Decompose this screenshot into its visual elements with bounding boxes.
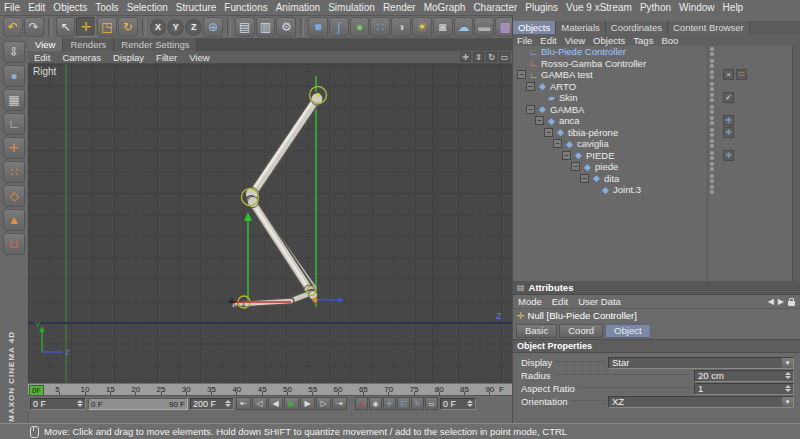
record-rotation-button[interactable]: ↻: [411, 397, 424, 410]
next-frame-button[interactable]: ▶: [300, 397, 315, 410]
render-visibility-dot[interactable]: [710, 52, 714, 56]
viewport-3d-scene[interactable]: Z: [28, 64, 512, 383]
previous-key-button[interactable]: ◁: [252, 397, 267, 410]
object-manager-scrollbar[interactable]: [792, 46, 800, 281]
spinner[interactable]: [467, 400, 473, 407]
add-floor-icon[interactable]: ▬: [474, 17, 494, 37]
foot-controller-axes[interactable]: [228, 93, 344, 306]
visibility-dots[interactable]: [710, 116, 714, 125]
range-start-grabber[interactable]: 0 F: [91, 400, 103, 409]
object-row-tibia-p-rone[interactable]: −◆tibia-pérone✛: [513, 127, 800, 139]
display-dropdown[interactable]: Star▾: [608, 357, 794, 369]
check-icon[interactable]: ✓: [723, 92, 734, 103]
viewport-menu-edit[interactable]: Edit: [28, 52, 56, 63]
spin-up-arrow[interactable]: [785, 372, 791, 375]
expand-toggle[interactable]: −: [571, 162, 580, 171]
scale-tool-icon[interactable]: ◳: [97, 17, 117, 37]
visibility-dots[interactable]: [710, 70, 714, 79]
render-visibility-dot[interactable]: [710, 133, 714, 137]
visibility-dots[interactable]: [710, 105, 714, 114]
add-cube-icon[interactable]: ■: [308, 17, 328, 37]
snap-settings-icon[interactable]: ⊔: [3, 233, 25, 255]
model-mode-icon[interactable]: ●: [3, 65, 25, 87]
manager-tab-coordinates[interactable]: Coordinates: [606, 21, 668, 34]
editor-visibility-dot[interactable]: [710, 105, 714, 109]
add-hypernurbs-icon[interactable]: ●: [350, 17, 370, 37]
y-axis-lock-button[interactable]: Y: [167, 19, 184, 36]
undo-icon[interactable]: ↶: [3, 17, 23, 37]
menu-plugins[interactable]: Plugins: [521, 2, 562, 13]
menu-simulation[interactable]: Simulation: [324, 2, 379, 13]
spin-up-arrow[interactable]: [225, 400, 231, 403]
play-button[interactable]: ▶: [284, 397, 299, 410]
attr-tab-coord[interactable]: Coord: [559, 324, 603, 338]
pan-view-icon[interactable]: ✛: [460, 52, 471, 62]
viewport-tab-render-settings[interactable]: Render Settings: [114, 38, 197, 51]
object-row-skin[interactable]: ▰Skin✓: [513, 92, 800, 104]
spin-up-arrow[interactable]: [785, 385, 791, 388]
menu-vue-9-xstream[interactable]: Vue 9 xStream: [562, 2, 636, 13]
editor-visibility-dot[interactable]: [710, 162, 714, 166]
record-scale-button[interactable]: ◱: [397, 397, 410, 410]
spin-up-arrow[interactable]: [77, 400, 83, 403]
previous-frame-button[interactable]: ◀: [268, 397, 283, 410]
viewport-menu-display[interactable]: Display: [107, 52, 150, 63]
viewport-canvas[interactable]: Right Z: [28, 64, 512, 383]
visibility-dots[interactable]: [710, 174, 714, 183]
render-settings-icon[interactable]: ⚙: [276, 17, 296, 37]
display-tag-icon[interactable]: ∷: [736, 69, 747, 80]
object-row-piede[interactable]: −◆PIEDE✛: [513, 150, 800, 162]
attr-menu-user-data[interactable]: User Data: [573, 296, 626, 307]
dropdown-arrow-icon[interactable]: ▾: [782, 358, 793, 368]
coordinate-system-icon[interactable]: ⊕: [203, 17, 223, 37]
spinner[interactable]: [785, 385, 791, 392]
render-visibility-dot[interactable]: [710, 167, 714, 171]
record-parameter-button[interactable]: ▭: [425, 397, 438, 410]
expand-toggle[interactable]: −: [526, 82, 535, 91]
menu-structure[interactable]: Structure: [172, 2, 221, 13]
editor-visibility-dot[interactable]: [710, 139, 714, 143]
object-row-dita[interactable]: −◆dita: [513, 173, 800, 185]
leg-bones[interactable]: [233, 93, 323, 306]
preview-range-slider[interactable]: 0 F90 F: [88, 398, 188, 410]
texture-mode-icon[interactable]: ▦: [3, 89, 25, 111]
expand-toggle[interactable]: −: [544, 128, 553, 137]
polygons-mode-icon[interactable]: ▲: [3, 209, 25, 231]
ik-tag-icon[interactable]: ✛: [723, 127, 734, 138]
orientation-dropdown[interactable]: XZ▾: [608, 396, 794, 408]
editor-visibility-dot[interactable]: [710, 185, 714, 189]
edges-mode-icon[interactable]: ◇: [3, 185, 25, 207]
spin-down-arrow[interactable]: [785, 389, 791, 392]
viewport-tab-view[interactable]: View: [28, 38, 63, 51]
object-row-joint-3[interactable]: ◆Joint.3: [513, 184, 800, 196]
orbit-view-icon[interactable]: ↻: [486, 52, 497, 62]
add-sky-icon[interactable]: ☁: [454, 17, 474, 37]
dolly-view-icon[interactable]: ⇕: [473, 52, 484, 62]
object-row-blu-piede-controller[interactable]: ∟Blu-Piede Controller: [513, 46, 800, 58]
render-visibility-dot[interactable]: [710, 179, 714, 183]
add-light-icon[interactable]: ☀: [412, 17, 432, 37]
menu-help[interactable]: Help: [719, 2, 748, 13]
attr-tab-object[interactable]: Object: [605, 324, 650, 338]
menu-edit[interactable]: Edit: [24, 2, 49, 13]
spin-down-arrow[interactable]: [225, 404, 231, 407]
om-menu-objects[interactable]: Objects: [589, 35, 629, 46]
editor-visibility-dot[interactable]: [710, 128, 714, 132]
menu-functions[interactable]: Functions: [220, 2, 271, 13]
menu-character[interactable]: Character: [469, 2, 521, 13]
render-view-icon[interactable]: ▤: [235, 17, 255, 37]
editor-visibility-dot[interactable]: [710, 151, 714, 155]
editor-visibility-dot[interactable]: [710, 174, 714, 178]
attr-tab-basic[interactable]: Basic: [516, 324, 557, 338]
add-array-icon[interactable]: ∷: [370, 17, 390, 37]
expand-toggle[interactable]: −: [535, 116, 544, 125]
menu-window[interactable]: Window: [675, 2, 719, 13]
x-axis-lock-button[interactable]: X: [150, 19, 167, 36]
visibility-dots[interactable]: [710, 47, 714, 56]
editor-visibility-dot[interactable]: [710, 59, 714, 63]
object-manager-tree[interactable]: ∟Blu-Piede Controller∟Rosso-Gamba Contro…: [513, 46, 800, 281]
add-camera-icon[interactable]: ◙: [433, 17, 453, 37]
editor-visibility-dot[interactable]: [710, 47, 714, 51]
object-row-anca[interactable]: −◆anca✛: [513, 115, 800, 127]
viewport-tab-renders[interactable]: Renders: [63, 38, 114, 51]
